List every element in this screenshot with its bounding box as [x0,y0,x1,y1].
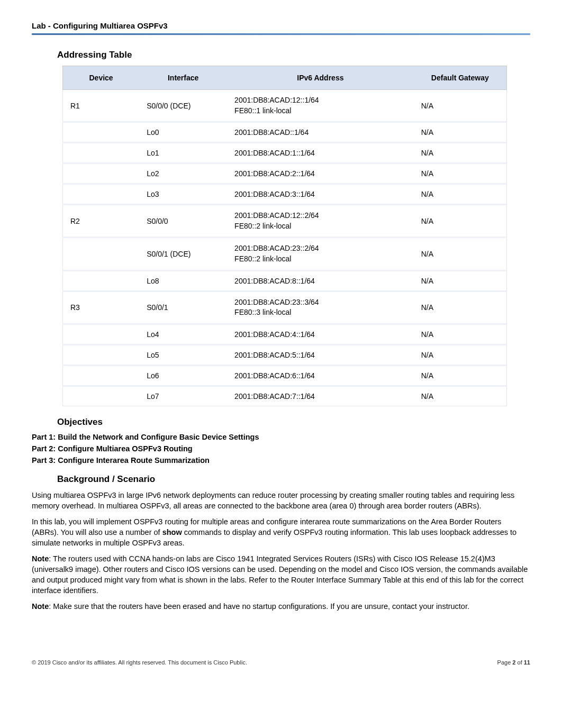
cell-interface: Lo7 [139,387,227,406]
cell-interface: Lo3 [139,185,227,205]
cell-gateway: N/A [414,123,507,143]
objective-part2: Part 2: Configure Multiarea OSPFv3 Routi… [32,444,530,453]
cell-ipv6: 2001:DB8:ACAD:12::1/64FE80::1 link-local [227,90,414,123]
col-interface: Interface [139,66,227,90]
cell-device [62,387,139,406]
cell-gateway: N/A [414,366,507,387]
cell-gateway: N/A [414,325,507,345]
table-row: Lo3 2001:DB8:ACAD:3::1/64 N/A [62,185,507,205]
cell-ipv6: 2001:DB8:ACAD:7::1/64 [227,387,414,406]
page-total: 11 [524,659,530,666]
footer-copyright: © 2019 Cisco and/or its affiliates. All … [32,659,247,666]
footer-page: Page 2 of 11 [497,659,530,666]
cell-ipv6: 2001:DB8:ACAD:23::3/64FE80::3 link-local [227,292,414,325]
cell-device [62,325,139,345]
cell-ipv6: 2001:DB8:ACAD:12::2/64FE80::2 link-local [227,205,414,238]
table-row: Lo1 2001:DB8:ACAD:1::1/64 N/A [62,143,507,164]
objective-part3: Part 3: Configure Interarea Route Summar… [32,456,530,465]
cell-gateway: N/A [414,271,507,292]
cell-ipv6: 2001:DB8:ACAD:6::1/64 [227,366,414,387]
objectives-heading: Objectives [57,417,530,427]
cell-device [62,366,139,387]
cell-interface: S0/0/0 [139,205,227,238]
cell-ipv6: 2001:DB8:ACAD:4::1/64 [227,325,414,345]
cell-interface: S0/0/0 (DCE) [139,90,227,123]
show-command: show [162,528,182,536]
cell-gateway: N/A [414,143,507,164]
background-para4: Note: Make sure that the routers have be… [32,601,530,612]
text-span: : Make sure that the routers have been e… [49,602,469,611]
cell-gateway: N/A [414,90,507,123]
cell-gateway: N/A [414,205,507,238]
table-row: Lo7 2001:DB8:ACAD:7::1/64 N/A [62,387,507,406]
background-body: Using multiarea OSPFv3 in large IPv6 net… [32,490,530,612]
cell-interface: Lo2 [139,164,227,185]
table-row: Lo4 2001:DB8:ACAD:4::1/64 N/A [62,325,507,345]
cell-interface: Lo1 [139,143,227,164]
cell-device [62,164,139,185]
cell-ipv6: 2001:DB8:ACAD:23::2/64FE80::2 link-local [227,238,414,271]
text-span: : The routers used with CCNA hands-on la… [32,554,528,595]
col-ipv6: IPv6 Address [227,66,414,90]
note-label: Note [32,554,49,563]
table-row: R1 S0/0/0 (DCE) 2001:DB8:ACAD:12::1/64FE… [62,90,507,123]
table-body: R1 S0/0/0 (DCE) 2001:DB8:ACAD:12::1/64FE… [62,90,507,406]
col-device: Device [62,66,139,90]
background-para1: Using multiarea OSPFv3 in large IPv6 net… [32,490,530,511]
cell-ipv6: 2001:DB8:ACAD:3::1/64 [227,185,414,205]
page-header: Lab - Configuring Multiarea OSPFv3 [32,21,530,35]
cell-ipv6: 2001:DB8:ACAD::1/64 [227,123,414,143]
cell-device [62,271,139,292]
table-row: Lo0 2001:DB8:ACAD::1/64 N/A [62,123,507,143]
cell-interface: Lo5 [139,345,227,366]
addressing-table: Device Interface IPv6 Address Default Ga… [62,66,507,406]
cell-device [62,123,139,143]
cell-ipv6: 2001:DB8:ACAD:1::1/64 [227,143,414,164]
background-para2: In this lab, you will implement OSPFv3 r… [32,516,530,548]
cell-gateway: N/A [414,387,507,406]
cell-device [62,143,139,164]
cell-interface: Lo6 [139,366,227,387]
table-row: S0/0/1 (DCE) 2001:DB8:ACAD:23::2/64FE80:… [62,238,507,271]
cell-device: R2 [62,205,139,238]
cell-interface: Lo0 [139,123,227,143]
cell-device [62,185,139,205]
cell-device [62,238,139,271]
cell-interface: S0/0/1 (DCE) [139,238,227,271]
cell-ipv6: 2001:DB8:ACAD:2::1/64 [227,164,414,185]
table-row: Lo5 2001:DB8:ACAD:5::1/64 N/A [62,345,507,366]
table-row: R3 S0/0/1 2001:DB8:ACAD:23::3/64FE80::3 … [62,292,507,325]
header-rule [32,33,530,35]
cell-gateway: N/A [414,345,507,366]
addressing-table-heading: Addressing Table [57,50,530,60]
header-title: Lab - Configuring Multiarea OSPFv3 [32,21,530,33]
page-of: of [515,659,523,666]
cell-device [62,345,139,366]
objective-part1: Part 1: Build the Network and Configure … [32,433,530,441]
cell-interface: S0/0/1 [139,292,227,325]
background-heading: Background / Scenario [57,474,530,485]
cell-ipv6: 2001:DB8:ACAD:8::1/64 [227,271,414,292]
page-footer: © 2019 Cisco and/or its affiliates. All … [32,659,530,666]
table-row: Lo2 2001:DB8:ACAD:2::1/64 N/A [62,164,507,185]
table-row: R2 S0/0/0 2001:DB8:ACAD:12::2/64FE80::2 … [62,205,507,238]
page: Lab - Configuring Multiarea OSPFv3 Addre… [0,0,562,681]
table-row: Lo8 2001:DB8:ACAD:8::1/64 N/A [62,271,507,292]
page-label: Page [497,659,513,666]
cell-interface: Lo4 [139,325,227,345]
cell-device: R1 [62,90,139,123]
col-gateway: Default Gateway [414,66,507,90]
cell-gateway: N/A [414,164,507,185]
cell-interface: Lo8 [139,271,227,292]
table-header-row: Device Interface IPv6 Address Default Ga… [62,66,507,90]
cell-gateway: N/A [414,292,507,325]
cell-ipv6: 2001:DB8:ACAD:5::1/64 [227,345,414,366]
cell-gateway: N/A [414,185,507,205]
objectives-list: Part 1: Build the Network and Configure … [32,433,530,465]
table-row: Lo6 2001:DB8:ACAD:6::1/64 N/A [62,366,507,387]
note-label: Note [32,602,49,611]
cell-device: R3 [62,292,139,325]
background-para3: Note: The routers used with CCNA hands-o… [32,553,530,596]
cell-gateway: N/A [414,238,507,271]
